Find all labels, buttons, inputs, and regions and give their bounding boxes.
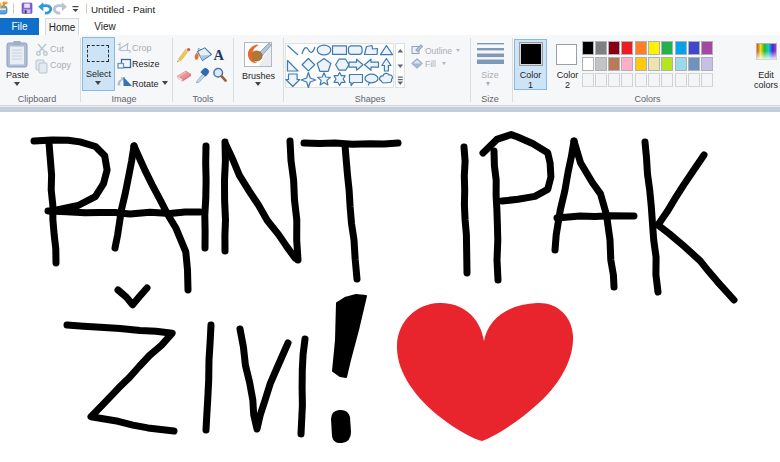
- svg-text:A: A: [214, 47, 225, 63]
